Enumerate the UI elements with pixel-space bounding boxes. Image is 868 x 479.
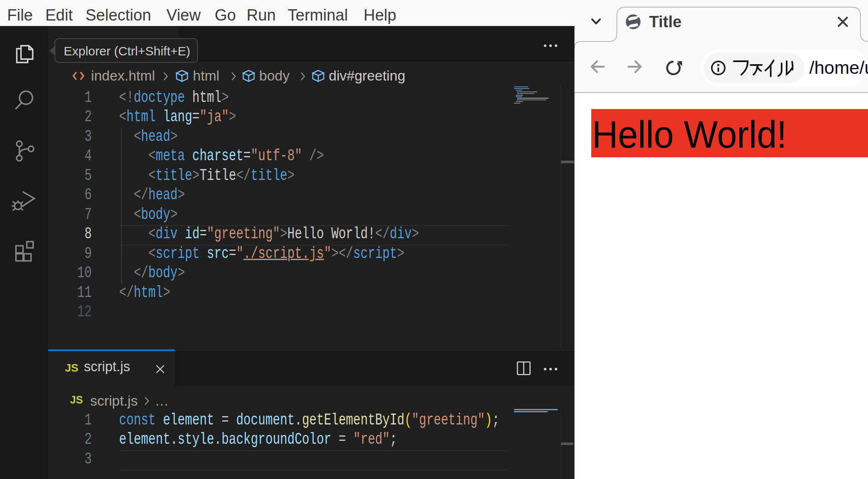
svg-text:Title: Title xyxy=(649,13,681,31)
svg-text:/home/u: /home/u xyxy=(809,57,868,78)
